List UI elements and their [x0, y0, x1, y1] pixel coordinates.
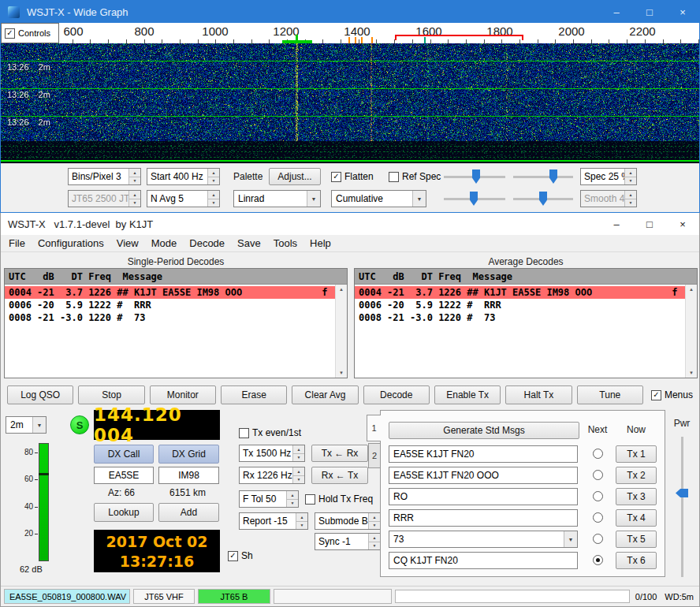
spin-down-icon[interactable]: ▼	[287, 500, 298, 508]
spinner-arrows[interactable]: ▲▼	[296, 513, 307, 529]
dropdown-icon[interactable]: ▼	[412, 191, 426, 207]
dx-call-button[interactable]: DX Call	[94, 445, 154, 464]
tx-freq-spinner[interactable]: Tx 1500 Hz▲▼	[239, 445, 305, 462]
spec-spinner[interactable]: Spec 25 %▲▼	[580, 168, 637, 185]
scrollbar[interactable]: ▲▼	[685, 285, 697, 378]
spin-down-icon[interactable]: ▼	[369, 522, 380, 530]
spin-down-icon[interactable]: ▼	[293, 454, 304, 462]
checkbox-box[interactable]: ✓	[651, 390, 661, 400]
spinner-arrows[interactable]: ▲▼	[292, 467, 304, 483]
menus-checkbox[interactable]: ✓Menus	[651, 389, 693, 400]
sh-checkbox[interactable]: ✓Sh	[228, 550, 253, 561]
scroll-up-icon[interactable]: ▲	[689, 287, 694, 292]
rx-to-tx-button[interactable]: Rx ← Tx	[311, 467, 368, 484]
report-spinner[interactable]: Report -15▲▼	[239, 512, 308, 530]
maximize-icon[interactable]: □	[633, 213, 666, 235]
tab-1[interactable]: 1	[367, 415, 381, 441]
palette-combo[interactable]: Linrad▼	[233, 190, 321, 207]
tx-select-radio-2[interactable]	[593, 470, 603, 480]
tx2-button[interactable]: Tx 2	[616, 467, 657, 484]
tx-select-radio-3[interactable]	[593, 491, 603, 501]
tx-select-radio-4[interactable]	[593, 512, 603, 523]
spin-down-icon[interactable]: ▼	[129, 177, 140, 185]
tx3-button[interactable]: Tx 3	[616, 488, 657, 505]
spinner-arrows[interactable]: ▲▼	[207, 191, 219, 207]
slider-track[interactable]	[513, 176, 573, 178]
spinner-arrows[interactable]: ▲▼	[368, 513, 380, 529]
rx-freq-spinner[interactable]: Rx 1226 Hz▲▼	[239, 467, 305, 484]
tx-select-radio-5[interactable]	[593, 534, 603, 544]
tx-select-radio-1[interactable]	[593, 449, 603, 459]
menu-view[interactable]: View	[110, 235, 145, 252]
decode-row[interactable]: 0008 -21 -3.0 1220 # 73	[5, 311, 347, 324]
zero-slider[interactable]	[513, 168, 573, 185]
tx5-button[interactable]: Tx 5	[616, 531, 657, 548]
decode-list[interactable]: 0004 -21 3.7 1226 ## K1JT EA5SE IM98 OOO…	[355, 285, 697, 378]
monitor-button[interactable]: Monitor	[150, 385, 216, 404]
spinner-arrows[interactable]: ▲▼	[292, 445, 304, 461]
spinner-arrows[interactable]: ▲▼	[624, 169, 636, 184]
tx-message-field-4[interactable]: RRR	[389, 509, 578, 527]
spin-down-icon[interactable]: ▼	[293, 476, 304, 484]
adjust-button[interactable]: Adjust...	[269, 168, 321, 185]
gain2-slider[interactable]	[444, 190, 505, 207]
spin-up-icon[interactable]: ▲	[625, 169, 636, 177]
checkbox-box[interactable]: ✓	[5, 28, 15, 39]
submode-spinner[interactable]: Submode B▲▼	[315, 512, 381, 530]
dropdown-icon[interactable]: ▼	[32, 417, 46, 433]
zero2-slider[interactable]	[513, 190, 573, 207]
spin-up-icon[interactable]: ▲	[293, 467, 304, 476]
spin-up-icon[interactable]: ▲	[369, 513, 380, 522]
maximize-icon[interactable]: □	[633, 1, 666, 23]
minimize-icon[interactable]: –	[600, 1, 633, 23]
dropdown-icon[interactable]: ▼	[307, 191, 320, 207]
spinner-arrows[interactable]: ▲▼	[207, 169, 219, 184]
dx-grid-field[interactable]: IM98	[158, 467, 219, 484]
menu-file[interactable]: File	[2, 235, 32, 252]
enable-tx-button[interactable]: Enable Tx	[434, 385, 501, 404]
gain-slider[interactable]	[444, 168, 505, 185]
pwr-slider-thumb[interactable]	[676, 489, 688, 497]
dx-grid-button[interactable]: DX Grid	[158, 445, 219, 464]
hold-tx-freq-checkbox[interactable]: Hold Tx Freq	[305, 493, 373, 505]
spin-down-icon[interactable]: ▼	[296, 522, 307, 530]
spin-down-icon[interactable]: ▼	[625, 177, 636, 185]
spinner-arrows[interactable]: ▲▼	[128, 169, 140, 184]
start-freq-spinner[interactable]: Start 400 Hz▲▼	[147, 168, 220, 185]
stop-button[interactable]: Stop	[78, 385, 144, 404]
spin-down-icon[interactable]: ▼	[208, 177, 219, 185]
tune-button[interactable]: Tune	[577, 385, 643, 404]
erase-button[interactable]: Erase	[221, 385, 287, 404]
main-titlebar[interactable]: WSJT-X v1.7.1-devel by K1JT – □ ×	[1, 213, 699, 235]
close-icon[interactable]: ×	[666, 213, 699, 235]
decode-list[interactable]: 0004 -21 3.7 1226 ## K1JT EA5SE IM98 OOO…	[5, 285, 347, 378]
scrollbar[interactable]: ▲▼	[335, 285, 347, 378]
spin-up-icon[interactable]: ▲	[287, 491, 298, 500]
slider-thumb[interactable]	[539, 192, 547, 206]
checkbox-box[interactable]: ✓	[331, 172, 341, 182]
clear-avg-button[interactable]: Clear Avg	[292, 385, 358, 404]
tx-select-radio-6[interactable]	[593, 555, 603, 565]
decode-row[interactable]: 0004 -21 3.7 1226 ## K1JT EA5SE IM98 OOO…	[355, 286, 697, 299]
tx-message-field-1[interactable]: EA5SE K1JT FN20	[389, 445, 578, 463]
menu-help[interactable]: Help	[303, 235, 337, 252]
pwr-slider[interactable]	[676, 437, 688, 577]
spin-up-icon[interactable]: ▲	[293, 445, 304, 454]
ref-spec-checkbox[interactable]: Ref Spec	[389, 171, 441, 182]
tx-message-field-6[interactable]: CQ K1JT FN20	[389, 552, 578, 569]
menu-configurations[interactable]: Configurations	[32, 235, 110, 252]
halt-tx-button[interactable]: Halt Tx	[505, 385, 572, 404]
tx-even-checkbox[interactable]: Tx even/1st	[239, 427, 301, 438]
add-button[interactable]: Add	[158, 503, 219, 522]
decode-button[interactable]: Decode	[363, 385, 430, 404]
spinner-arrows[interactable]: ▲▼	[286, 491, 298, 507]
spin-down-icon[interactable]: ▼	[208, 199, 219, 207]
menu-tools[interactable]: Tools	[267, 235, 303, 252]
wide-graph-titlebar[interactable]: WSJT-X - Wide Graph – □ ×	[1, 1, 699, 23]
close-icon[interactable]: ×	[666, 1, 699, 23]
flatten-checkbox[interactable]: ✓Flatten	[331, 171, 374, 182]
spin-up-icon[interactable]: ▲	[208, 169, 219, 177]
tab-2[interactable]: 2	[368, 443, 381, 468]
generate-std-msgs-button[interactable]: Generate Std Msgs	[389, 422, 579, 439]
decode-row[interactable]: 0004 -21 3.7 1226 ## K1JT EA5SE IM98 OOO…	[5, 286, 347, 299]
